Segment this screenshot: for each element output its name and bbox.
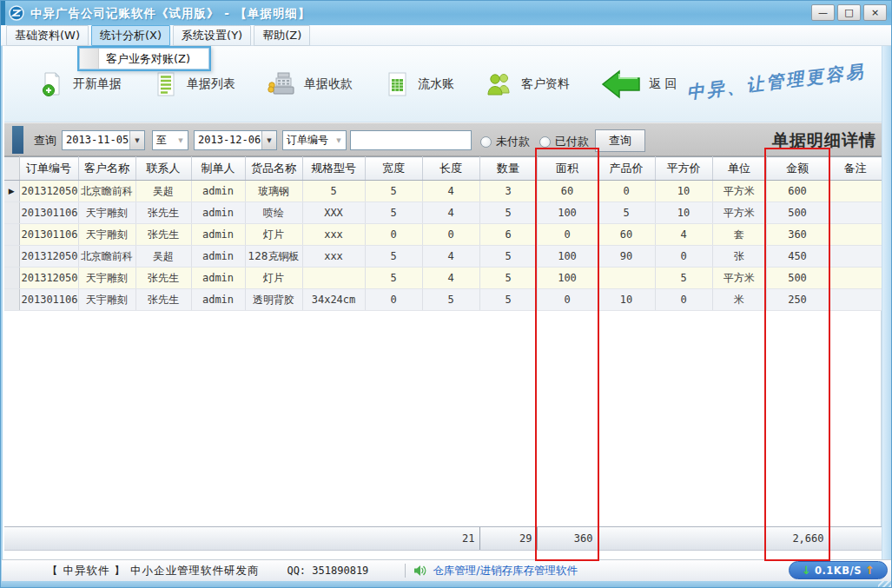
date-from-combo[interactable]: 2013-11-05 ▼	[62, 130, 145, 150]
cell-product[interactable]: 喷绘	[245, 202, 302, 224]
cell-width[interactable]: 5	[365, 268, 422, 289]
cell-length[interactable]: 4	[422, 268, 479, 289]
cell-customer[interactable]: 天宇雕刻	[78, 268, 135, 289]
warehouse-software-link[interactable]: 仓库管理/进销存库存管理软件	[433, 564, 578, 578]
cell-width[interactable]: 5	[365, 181, 422, 202]
cell-area[interactable]: 100	[537, 202, 598, 224]
cell-note[interactable]	[829, 289, 882, 311]
menu-item-customer-reconciliation[interactable]: 客户业务对账(Z)	[79, 48, 209, 69]
cell-creator[interactable]: admin	[191, 246, 245, 268]
cell-spec[interactable]: 34x24cm	[302, 289, 365, 311]
cell-width[interactable]: 5	[365, 202, 422, 224]
table-row[interactable]: 2013011060 天宇雕刻 张先生 admin 灯片 xxx 0 0 6 0…	[4, 224, 882, 246]
table-row[interactable]: 2013120500 北京瞻前科 吴超 admin 128克铜板 xxx 5 4…	[4, 246, 882, 268]
table-row[interactable]: 2013011060 天宇雕刻 张先生 admin 透明背胶 34x24cm 0…	[4, 289, 882, 311]
close-button[interactable]: ×	[863, 4, 887, 21]
cell-unit[interactable]: 米	[712, 289, 766, 311]
cell-creator[interactable]: admin	[191, 181, 245, 202]
chevron-down-icon[interactable]: ▼	[129, 131, 144, 149]
cell-sqm-price[interactable]: 4	[655, 224, 712, 246]
cell-width[interactable]: 0	[365, 224, 422, 246]
cell-amount[interactable]: 600	[766, 181, 829, 202]
cell-product[interactable]: 灯片	[245, 224, 302, 246]
column-header[interactable]: 客户名称	[78, 157, 135, 181]
cell-spec[interactable]: xxx	[302, 246, 365, 268]
cell-length[interactable]: 4	[422, 246, 479, 268]
cell-length[interactable]: 4	[422, 181, 479, 202]
cell-customer[interactable]: 天宇雕刻	[78, 224, 135, 246]
cell-length[interactable]: 5	[422, 289, 479, 311]
menu-item-help[interactable]: 帮助(Z)	[254, 25, 310, 46]
cell-customer[interactable]: 北京瞻前科	[78, 246, 135, 268]
cell-contact[interactable]: 张先生	[135, 224, 191, 246]
cell-qty[interactable]: 5	[479, 268, 537, 289]
cell-creator[interactable]: admin	[191, 289, 245, 311]
cell-contact[interactable]: 张先生	[135, 202, 191, 224]
cell-product-price[interactable]: 90	[598, 246, 655, 268]
cell-contact[interactable]: 吴超	[135, 246, 191, 268]
cell-sqm-price[interactable]: 0	[655, 246, 712, 268]
ledger-button[interactable]: 流水账	[377, 66, 461, 102]
cell-width[interactable]: 0	[365, 289, 422, 311]
cell-creator[interactable]: admin	[191, 224, 245, 246]
menu-item-statistics[interactable]: 统计分析(X)	[91, 25, 170, 46]
column-header[interactable]: 备注	[829, 157, 882, 181]
cell-creator[interactable]: admin	[191, 268, 245, 289]
cell-customer[interactable]: 北京瞻前科	[78, 181, 135, 202]
cell-product-price[interactable]: 0	[598, 181, 655, 202]
cell-product-price[interactable]: 5	[598, 202, 655, 224]
column-header[interactable]: 数量	[479, 157, 537, 181]
cell-area[interactable]: 0	[537, 289, 598, 311]
cell-unit[interactable]: 套	[712, 224, 766, 246]
customer-info-button[interactable]: 客户资料	[479, 66, 577, 102]
cell-order-no[interactable]: 2013120500	[19, 268, 78, 289]
paid-radio-group[interactable]: 已付款	[539, 134, 589, 149]
cell-contact[interactable]: 吴超	[135, 181, 191, 202]
column-header[interactable]: 联系人	[135, 157, 191, 181]
cell-amount[interactable]: 500	[766, 202, 829, 224]
column-header[interactable]: 宽度	[365, 157, 422, 181]
row-pointer-icon[interactable]	[4, 246, 19, 268]
cell-note[interactable]	[829, 202, 882, 224]
column-header[interactable]: 货品名称	[245, 157, 302, 181]
search-input[interactable]	[350, 130, 472, 150]
cell-sqm-price[interactable]: 10	[655, 181, 712, 202]
table-row[interactable]: 2013011060 天宇雕刻 张先生 admin 喷绘 XXX 5 4 5 1…	[4, 202, 882, 224]
maximize-button[interactable]: □	[837, 4, 861, 21]
cell-qty[interactable]: 5	[479, 246, 537, 268]
cell-order-no[interactable]: 2013011060	[19, 224, 78, 246]
cell-sqm-price[interactable]: 5	[655, 268, 712, 289]
row-pointer-icon[interactable]	[4, 268, 19, 289]
cell-qty[interactable]: 5	[479, 202, 537, 224]
column-header[interactable]: 平方价	[655, 157, 712, 181]
search-field-combo[interactable]: 订单编号 ▼	[282, 130, 347, 150]
cell-note[interactable]	[829, 224, 882, 246]
menu-item-base-data[interactable]: 基础资料(W)	[6, 25, 89, 46]
cell-order-no[interactable]: 2013120500	[19, 246, 78, 268]
cell-product-price[interactable]: 60	[598, 224, 655, 246]
column-header[interactable]: 单位	[712, 157, 766, 181]
column-header[interactable]: 面积	[537, 157, 598, 181]
cell-unit[interactable]: 平方米	[712, 202, 766, 224]
cell-product-price[interactable]	[598, 268, 655, 289]
cell-amount[interactable]: 360	[766, 224, 829, 246]
cell-order-no[interactable]: 2013011060	[19, 289, 78, 311]
cell-length[interactable]: 4	[422, 202, 479, 224]
cell-qty[interactable]: 6	[479, 224, 537, 246]
column-header[interactable]: 规格型号	[302, 157, 365, 181]
row-pointer-icon[interactable]	[4, 289, 19, 311]
cell-sqm-price[interactable]: 10	[655, 202, 712, 224]
cell-product[interactable]: 128克铜板	[245, 246, 302, 268]
query-button[interactable]: 查询	[595, 129, 645, 152]
resize-grip[interactable]	[878, 581, 892, 588]
cell-product-price[interactable]: 10	[598, 289, 655, 311]
cell-qty[interactable]: 3	[479, 181, 537, 202]
table-row[interactable]: 2013120500 天宇雕刻 张先生 admin 灯片 5 4 5 100 5…	[4, 268, 882, 289]
cell-sqm-price[interactable]: 0	[655, 289, 712, 311]
column-header[interactable]: 金额	[766, 157, 829, 181]
cell-unit[interactable]: 平方米	[712, 268, 766, 289]
column-header[interactable]: 订单编号	[19, 157, 78, 181]
cell-area[interactable]: 60	[537, 181, 598, 202]
cell-order-no[interactable]: 2013120500	[19, 181, 78, 202]
receive-payment-button[interactable]: 单据收款	[260, 66, 360, 102]
